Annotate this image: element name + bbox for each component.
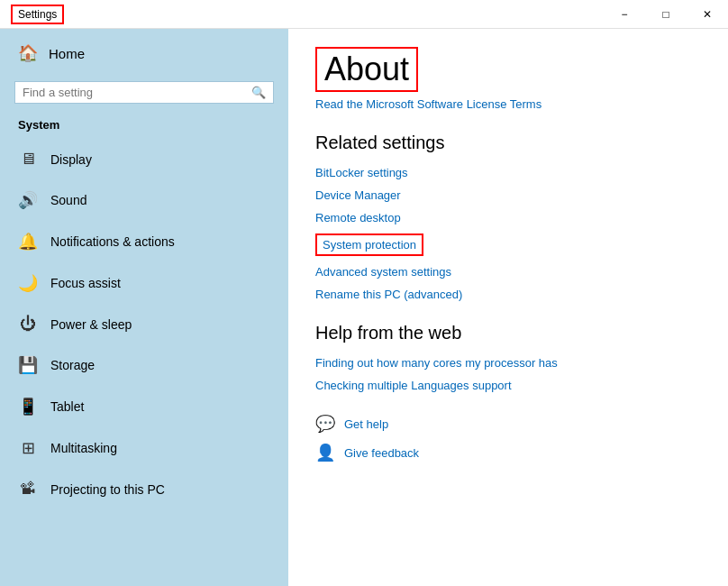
sound-label: Sound — [50, 193, 86, 207]
sidebar-item-home[interactable]: 🏠 Home — [0, 29, 288, 78]
search-input[interactable] — [23, 86, 251, 99]
sidebar-section-label: System — [0, 114, 288, 139]
home-label: Home — [49, 46, 85, 61]
window-controls: − □ ✕ — [604, 0, 728, 29]
get-help-link[interactable]: Get help — [344, 417, 388, 431]
related-settings-section: Related settings BitLocker settings Devi… — [315, 133, 701, 301]
give-feedback-link[interactable]: Give feedback — [344, 446, 419, 460]
notifications-label: Notifications & actions — [50, 234, 175, 249]
device-manager-link[interactable]: Device Manager — [315, 188, 701, 202]
sidebar-item-sound[interactable]: 🔊 Sound — [0, 179, 288, 221]
storage-label: Storage — [50, 358, 95, 372]
search-icon: 🔍 — [251, 86, 266, 99]
get-help-icon: 💬 — [315, 414, 335, 434]
display-label: Display — [50, 152, 92, 167]
titlebar: Settings − □ ✕ — [0, 0, 728, 29]
rename-pc-link[interactable]: Rename this PC (advanced) — [315, 288, 701, 301]
related-settings-heading: Related settings — [315, 133, 701, 153]
sound-icon: 🔊 — [18, 190, 38, 210]
license-link[interactable]: Read the Microsoft Software License Term… — [315, 97, 701, 111]
main-layout: 🏠 Home 🔍 System 🖥 Display 🔊 Sound 🔔 Noti… — [0, 29, 728, 586]
tablet-label: Tablet — [50, 399, 84, 414]
focus-icon: 🌙 — [18, 273, 38, 293]
focus-label: Focus assist — [50, 276, 121, 290]
tablet-icon: 📱 — [18, 397, 38, 417]
sidebar-item-projecting[interactable]: 📽 Projecting to this PC — [0, 469, 288, 509]
bitlocker-link[interactable]: BitLocker settings — [315, 166, 701, 179]
sidebar-item-display[interactable]: 🖥 Display — [0, 139, 288, 179]
cores-link[interactable]: Finding out how many cores my processor … — [315, 356, 701, 370]
projecting-icon: 📽 — [18, 480, 38, 499]
sidebar-item-storage[interactable]: 💾 Storage — [0, 344, 288, 386]
notifications-icon: 🔔 — [18, 232, 38, 252]
remote-desktop-link[interactable]: Remote desktop — [315, 211, 701, 224]
advanced-system-link[interactable]: Advanced system settings — [315, 265, 701, 279]
get-help-item[interactable]: 💬 Get help — [315, 414, 701, 434]
page-title: About — [315, 47, 418, 92]
feedback-icon: 👤 — [315, 443, 335, 462]
content-area: About Read the Microsoft Software Licens… — [288, 29, 728, 586]
storage-icon: 💾 — [18, 355, 38, 375]
power-label: Power & sleep — [50, 317, 132, 332]
sidebar-item-focus[interactable]: 🌙 Focus assist — [0, 262, 288, 304]
multitasking-label: Multitasking — [50, 441, 117, 455]
multitasking-icon: ⊞ — [18, 438, 38, 458]
app-title: Settings — [11, 5, 64, 24]
help-web-heading: Help from the web — [315, 323, 701, 343]
give-feedback-item[interactable]: 👤 Give feedback — [315, 443, 701, 462]
power-icon: ⏻ — [18, 315, 38, 334]
maximize-button[interactable]: □ — [645, 0, 687, 29]
sidebar-item-multitasking[interactable]: ⊞ Multitasking — [0, 427, 288, 469]
sidebar-item-power[interactable]: ⏻ Power & sleep — [0, 304, 288, 344]
sidebar: 🏠 Home 🔍 System 🖥 Display 🔊 Sound 🔔 Noti… — [0, 29, 288, 586]
system-protection-link[interactable]: System protection — [315, 233, 423, 256]
display-icon: 🖥 — [18, 150, 38, 169]
help-from-web-section: Help from the web Finding out how many c… — [315, 323, 701, 392]
languages-link[interactable]: Checking multiple Languages support — [315, 379, 701, 392]
projecting-label: Projecting to this PC — [50, 482, 165, 497]
sidebar-item-tablet[interactable]: 📱 Tablet — [0, 386, 288, 427]
minimize-button[interactable]: − — [604, 0, 645, 29]
search-box[interactable]: 🔍 — [14, 81, 274, 104]
close-button[interactable]: ✕ — [687, 0, 728, 29]
home-icon: 🏠 — [18, 43, 38, 63]
sidebar-item-notifications[interactable]: 🔔 Notifications & actions — [0, 221, 288, 262]
